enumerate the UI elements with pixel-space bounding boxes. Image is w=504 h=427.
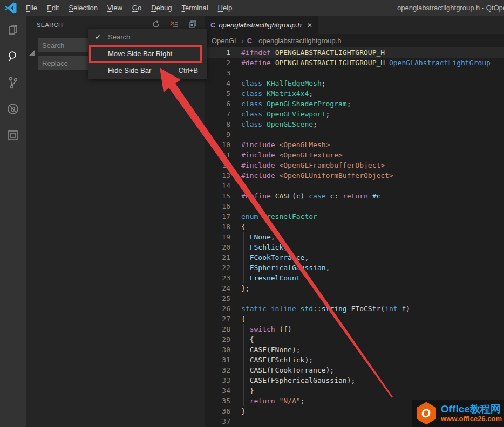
code-line[interactable]: 33 CASE(FSphericalGaussian); bbox=[205, 375, 504, 385]
code-line[interactable]: 8class OpenGLScene; bbox=[205, 119, 504, 129]
code-line[interactable]: 32 CASE(FCookTorrance); bbox=[205, 365, 504, 375]
code-token: FresnelCount bbox=[250, 274, 301, 282]
code-line[interactable]: 4class KHalfEdgeMesh; bbox=[205, 78, 504, 88]
code-line[interactable]: 12#include <OpenGLFramebufferObject> bbox=[205, 160, 504, 170]
code-line[interactable]: 10#include <OpenGLMesh> bbox=[205, 140, 504, 150]
code-line[interactable]: 22 FSphericalGaussian, bbox=[205, 263, 504, 273]
code-line[interactable]: 34 } bbox=[205, 385, 504, 396]
code-token bbox=[296, 305, 301, 313]
tab-openglabstractlightgroup[interactable]: C openglabstractlightgroup.h ✕ bbox=[205, 16, 318, 34]
refresh-icon[interactable] bbox=[151, 19, 161, 29]
code-token: OpenGLShaderProgram bbox=[267, 100, 347, 108]
code-token: <OpenGLFramebufferObject> bbox=[279, 161, 385, 169]
code-token: FCookTorrance bbox=[250, 253, 305, 261]
code-line[interactable]: 18{ bbox=[205, 222, 504, 232]
code-line[interactable]: 20 FSchlick, bbox=[205, 242, 504, 252]
explorer-icon[interactable] bbox=[0, 16, 26, 43]
toggle-replace-icon[interactable] bbox=[29, 50, 35, 56]
code-token: class bbox=[241, 100, 262, 108]
debug-disabled-icon[interactable] bbox=[0, 95, 26, 122]
code-line[interactable]: 31 CASE(FSchlick); bbox=[205, 355, 504, 365]
code-token: KMatrix4x4 bbox=[267, 89, 309, 98]
line-number: 31 bbox=[205, 355, 230, 365]
code-token bbox=[385, 59, 389, 67]
code-line[interactable]: 26static inline std::string FToCStr(int … bbox=[205, 304, 504, 314]
code-token: : bbox=[334, 192, 343, 200]
code-line[interactable]: 16 bbox=[205, 201, 504, 211]
line-number: 11 bbox=[205, 150, 230, 160]
extensions-icon[interactable] bbox=[0, 122, 26, 148]
code-token: OpenGLViewport bbox=[267, 110, 326, 118]
code-token bbox=[271, 59, 275, 67]
code-line[interactable]: 23 FresnelCount bbox=[205, 273, 504, 283]
menu-debug[interactable]: Debug bbox=[146, 0, 176, 16]
annotation-box bbox=[89, 45, 202, 63]
code-token bbox=[262, 89, 267, 98]
search-icon[interactable] bbox=[0, 43, 26, 69]
code-token: c bbox=[296, 192, 301, 200]
code-token: #c bbox=[372, 192, 381, 200]
menu-view[interactable]: View bbox=[103, 0, 127, 16]
code-token: #define bbox=[241, 59, 271, 67]
code-line[interactable]: 6class OpenGLShaderProgram; bbox=[205, 99, 504, 109]
code-line[interactable]: 17enum FresnelFactor bbox=[205, 211, 504, 222]
code-line[interactable]: 24}; bbox=[205, 283, 504, 293]
menu-go[interactable]: Go bbox=[127, 0, 146, 16]
code-token: CASE(FNone); bbox=[241, 346, 301, 354]
code-token: ; bbox=[322, 79, 326, 87]
line-number: 22 bbox=[205, 263, 230, 273]
menu-selection[interactable]: Selection bbox=[64, 0, 102, 16]
menu-file[interactable]: File bbox=[21, 0, 42, 16]
code-token: class bbox=[241, 79, 262, 87]
code-line[interactable]: 1#ifndef OPENGLABSTRACTLIGHTGROUP_H bbox=[205, 47, 504, 58]
code-line[interactable]: 14 bbox=[205, 181, 504, 191]
code-token: static bbox=[241, 305, 267, 313]
office-logo-icon: O bbox=[416, 402, 437, 425]
breadcrumb-file[interactable]: openglabstractlightgroup.h bbox=[258, 37, 341, 45]
menu-edit[interactable]: Edit bbox=[42, 0, 64, 16]
clear-search-results-icon[interactable] bbox=[169, 19, 179, 29]
code-line[interactable]: 13#include <OpenGLUniformBufferObject> bbox=[205, 170, 504, 181]
code-line[interactable]: 7class OpenGLViewport; bbox=[205, 109, 504, 119]
code-line[interactable]: 9 bbox=[205, 129, 504, 140]
watermark-url: www.office26.com bbox=[441, 415, 502, 423]
code-line[interactable]: 3 bbox=[205, 68, 504, 78]
line-number: 6 bbox=[205, 99, 230, 109]
code-token bbox=[262, 110, 267, 118]
code-line[interactable]: 25 bbox=[205, 293, 504, 304]
code-line[interactable]: 15#define CASE(c) case c: return #c bbox=[205, 191, 504, 201]
code-line[interactable]: 5class KMatrix4x4; bbox=[205, 88, 504, 99]
code-line[interactable]: 30 CASE(FNone); bbox=[205, 345, 504, 355]
collapse-all-icon[interactable] bbox=[188, 19, 197, 29]
code-token: CASE(FCookTorrance); bbox=[241, 366, 334, 374]
code-token: , bbox=[283, 243, 288, 251]
code-token: CASE(FSphericalGaussian); bbox=[241, 376, 355, 384]
c-file-icon: C bbox=[210, 21, 215, 29]
code-token: string bbox=[322, 305, 347, 313]
code-line[interactable]: 28 switch (f) bbox=[205, 324, 504, 334]
code-line[interactable]: 21 FCookTorrance, bbox=[205, 252, 504, 263]
menu-item-search[interactable]: ✓ Search bbox=[88, 29, 207, 45]
line-number: 13 bbox=[205, 170, 230, 181]
code-area[interactable]: 1#ifndef OPENGLABSTRACTLIGHTGROUP_H2#def… bbox=[205, 47, 504, 426]
menu-help[interactable]: Help bbox=[213, 0, 237, 16]
code-line[interactable]: 2#define OPENGLABSTRACTLIGHTGROUP_H Open… bbox=[205, 58, 504, 68]
menu-item-hide-side-bar[interactable]: Hide Side Bar Ctrl+B bbox=[88, 62, 207, 79]
code-token bbox=[241, 253, 250, 261]
code-token: CASE bbox=[275, 192, 292, 200]
code-token: :: bbox=[313, 305, 322, 313]
breadcrumb-folder[interactable]: OpenGL bbox=[212, 37, 238, 45]
close-icon[interactable]: ✕ bbox=[307, 22, 312, 29]
code-token: <OpenGLMesh> bbox=[279, 141, 330, 149]
code-line[interactable]: 27{ bbox=[205, 314, 504, 324]
code-line[interactable]: 19 FNone, bbox=[205, 232, 504, 242]
code-token: (f) bbox=[275, 325, 292, 333]
line-number: 26 bbox=[205, 304, 230, 314]
line-number: 14 bbox=[205, 181, 230, 191]
menu-terminal[interactable]: Terminal bbox=[176, 0, 213, 16]
line-number: 21 bbox=[205, 252, 230, 263]
code-line[interactable]: 11#include <OpenGLTexture> bbox=[205, 150, 504, 160]
source-control-icon[interactable] bbox=[0, 69, 26, 95]
chevron-right-icon: › bbox=[241, 37, 244, 45]
code-line[interactable]: 29 { bbox=[205, 334, 504, 345]
